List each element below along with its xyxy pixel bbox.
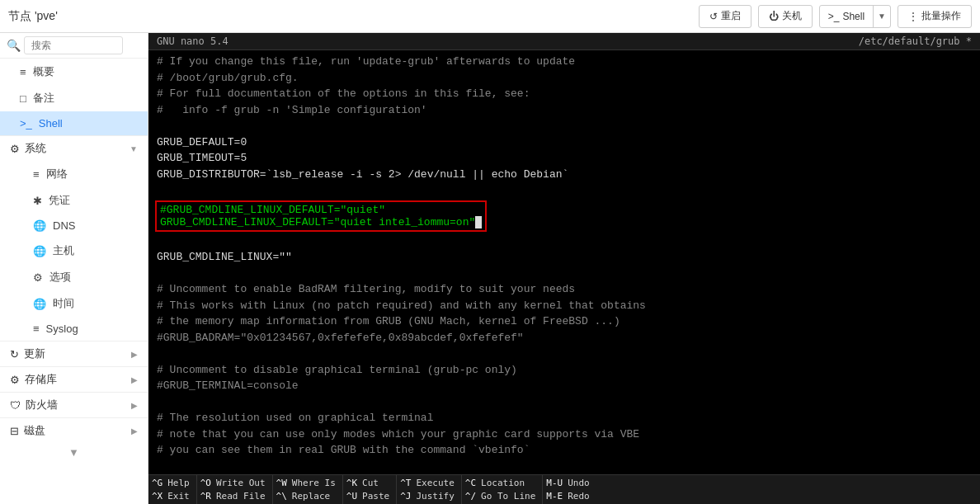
power-icon: ⏻ xyxy=(769,11,779,22)
reboot-button[interactable]: ↺ 重启 xyxy=(699,5,751,28)
terminal-titlebar: GNU nano 5.4 /etc/default/grub * xyxy=(148,33,980,50)
syslog-icon: ≡ xyxy=(33,323,40,335)
search-icon: 🔍 xyxy=(7,39,21,52)
sidebar-scroll-down[interactable]: ▼ xyxy=(0,443,148,462)
sidebar-item-dns[interactable]: 🌐 DNS xyxy=(7,214,148,238)
term-line: # info -f grub -n 'Simple configuration' xyxy=(148,102,980,119)
time-icon: 🌐 xyxy=(33,298,46,310)
system-subitems: ≡ 网络 ✱ 凭证 🌐 DNS 🌐 主机 ⚙ 选项 🌐 时间 xyxy=(0,161,148,341)
terminal-title-left: GNU nano 5.4 xyxy=(157,35,229,47)
term-line: GRUB_TIMEOUT=5 xyxy=(148,150,980,167)
term-line: #GRUB_TERMINAL=console xyxy=(148,378,980,394)
terminal-title-right: /etc/default/grub * xyxy=(859,35,972,47)
sidebar-item-time[interactable]: 🌐 时间 xyxy=(7,290,148,317)
terminal-area: GNU nano 5.4 /etc/default/grub * # If yo… xyxy=(148,33,980,504)
shutdown-button[interactable]: ⏻ 关机 xyxy=(758,5,813,28)
term-line: #GRUB_BADRAM="0x01234567,0xfefefefe,0x89… xyxy=(148,330,980,346)
term-line: # The resolution used on graphical termi… xyxy=(148,410,980,426)
reboot-icon: ↺ xyxy=(709,11,718,22)
summary-icon: ≡ xyxy=(20,66,26,78)
chevron-down-icon: ▼ xyxy=(130,144,138,153)
bottom-cmd-undo[interactable]: M-U M-E Undo Redo xyxy=(543,475,596,504)
term-line xyxy=(148,233,980,250)
sidebar-section-update[interactable]: ↻ 更新 ▶ xyxy=(0,341,148,366)
chevron-right-storage-icon: ▶ xyxy=(131,375,138,384)
sidebar-item-network[interactable]: ≡ 网络 xyxy=(7,161,148,187)
chevron-right-icon: ▶ xyxy=(131,350,138,359)
search-input[interactable] xyxy=(24,36,123,54)
cert-icon: ✱ xyxy=(33,195,42,207)
bottom-cmd-cut[interactable]: ^K ^U Cut Paste xyxy=(343,475,397,504)
shield-icon: 🛡 xyxy=(10,399,21,412)
term-line: # note that you can use only modes which… xyxy=(148,426,980,443)
sidebar-item-options[interactable]: ⚙ 选项 xyxy=(7,264,148,290)
sidebar-section-system[interactable]: ⚙ 系统 ▼ xyxy=(0,135,148,161)
term-line xyxy=(148,266,980,282)
chevron-right-disk-icon: ▶ xyxy=(131,426,138,436)
sidebar-item-label: 备注 xyxy=(33,91,54,106)
sidebar-item-certificate[interactable]: ✱ 凭证 xyxy=(7,187,148,214)
storage-icon: ⚙ xyxy=(10,374,20,386)
shell-main-button[interactable]: >_ Shell xyxy=(820,6,874,27)
bottom-cmd-write[interactable]: ^O ^R Write Out Read File xyxy=(197,475,273,504)
sidebar-section-storage[interactable]: ⚙ 存储库 ▶ xyxy=(0,366,148,392)
term-line xyxy=(148,346,980,362)
network-icon: ≡ xyxy=(33,168,40,181)
shell-dropdown-button[interactable]: ▼ xyxy=(874,6,890,27)
shell-button-group: >_ Shell ▼ xyxy=(819,5,891,28)
sidebar-item-shell[interactable]: >_ Shell xyxy=(0,111,148,135)
term-line: # This works with Linux (no patch requir… xyxy=(148,298,980,314)
sidebar-section-firewall[interactable]: 🛡 防火墙 ▶ xyxy=(0,392,148,417)
host-icon: 🌐 xyxy=(33,245,46,257)
term-line: # the memory map information from GRUB (… xyxy=(148,313,980,330)
highlight-line-2: GRUB_CMDLINE_LINUX_DEFAULT="quiet intel_… xyxy=(160,216,482,228)
bottom-cmd-where[interactable]: ^W ^\ Where Is Replace xyxy=(273,475,343,504)
term-line xyxy=(148,394,980,411)
sidebar-item-summary[interactable]: ≡ 概要 xyxy=(0,59,148,85)
options-icon: ⚙ xyxy=(33,271,43,284)
main-layout: 🔍 ≡ 概要 □ 备注 >_ Shell ⚙ 系统 ▼ ≡ 网络 xyxy=(0,33,980,504)
cursor xyxy=(475,216,482,228)
term-line: # you can see them in real GRUB with the… xyxy=(148,442,980,459)
bottom-cmd-help[interactable]: ^G ^X Help Exit xyxy=(148,475,197,504)
sidebar-item-notes[interactable]: □ 备注 xyxy=(0,85,148,111)
sidebar-item-host[interactable]: 🌐 主机 xyxy=(7,238,148,264)
dns-icon: 🌐 xyxy=(33,219,46,232)
sidebar-item-label: 概要 xyxy=(33,64,54,79)
term-line xyxy=(148,118,980,134)
node-title: 节点 'pve' xyxy=(8,9,58,24)
shell-nav-icon: >_ xyxy=(20,117,32,130)
term-line: # Uncomment to enable BadRAM filtering, … xyxy=(148,281,980,298)
term-line: # Uncomment to disable graphical termina… xyxy=(148,362,980,379)
sidebar-item-label: Shell xyxy=(39,117,63,130)
term-line: GRUB_CMDLINE_LINUX="" xyxy=(148,249,980,266)
bottom-cmd-location[interactable]: ^C ^/ Location Go To Line xyxy=(462,475,543,504)
highlight-line-1: #GRUB_CMDLINE_LINUX_DEFAULT="quiet" xyxy=(160,204,482,216)
shell-icon: >_ xyxy=(828,11,840,22)
highlight-box: #GRUB_CMDLINE_LINUX_DEFAULT="quiet" GRUB… xyxy=(155,200,487,232)
sidebar-item-syslog[interactable]: ≡ Syslog xyxy=(7,317,148,341)
top-bar: 节点 'pve' ↺ 重启 ⏻ 关机 >_ Shell ▼ ⋮ 批量操作 xyxy=(0,0,980,33)
term-line: GRUB_DISTRIBUTOR=`lsb_release -i -s 2> /… xyxy=(148,167,980,183)
term-line: GRUB_DEFAULT=0 xyxy=(148,134,980,151)
sidebar-search-box: 🔍 xyxy=(0,33,148,59)
term-line xyxy=(148,182,980,199)
disk-icon: ⊟ xyxy=(10,425,19,437)
sidebar: 🔍 ≡ 概要 □ 备注 >_ Shell ⚙ 系统 ▼ ≡ 网络 xyxy=(0,33,148,504)
sidebar-section-disk[interactable]: ⊟ 磁盘 ▶ xyxy=(0,417,148,443)
term-line: # /boot/grub/grub.cfg. xyxy=(148,70,980,87)
term-line: # For full documentation of the options … xyxy=(148,86,980,102)
gear-icon: ⚙ xyxy=(10,143,20,155)
bottom-cmd-execute[interactable]: ^T ^J Execute Justify xyxy=(397,475,462,504)
terminal-bottom-bar: ^G ^X Help Exit ^O ^R Write Out Read Fil… xyxy=(148,474,980,504)
chevron-right-firewall-icon: ▶ xyxy=(131,401,138,410)
terminal-content[interactable]: # If you change this file, run 'update-g… xyxy=(148,50,980,474)
batch-ops-button[interactable]: ⋮ 批量操作 xyxy=(898,5,972,28)
notes-icon: □ xyxy=(20,92,26,105)
term-line: # If you change this file, run 'update-g… xyxy=(148,54,980,70)
batch-icon: ⋮ xyxy=(908,11,918,22)
update-icon: ↻ xyxy=(10,348,19,360)
